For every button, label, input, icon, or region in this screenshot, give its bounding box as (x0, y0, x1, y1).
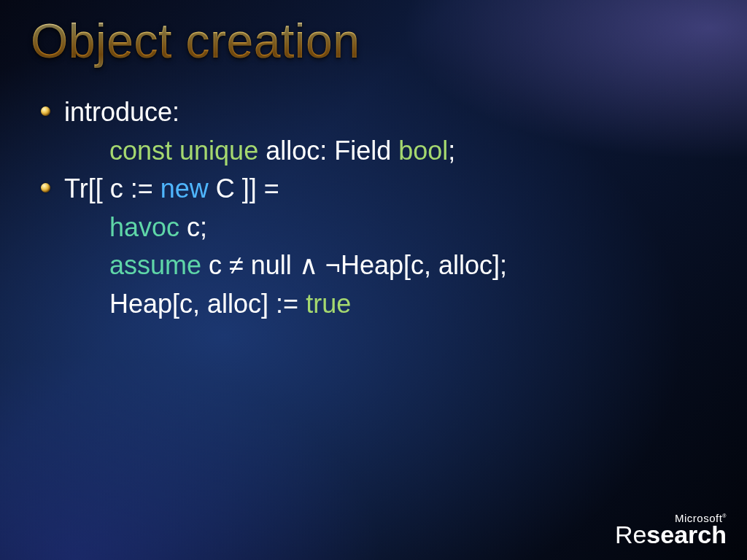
text-havoc-c: c; (179, 212, 207, 242)
keyword-bool: bool (398, 136, 448, 166)
text-heap-assign: Heap[c, alloc] := (109, 289, 306, 319)
logo-research-bold: search (646, 521, 727, 548)
bullet-1-text: introduce: (64, 97, 179, 127)
tr-prefix: Tr[[ c := (64, 174, 160, 203)
bullet-2: Tr[[ c := new C ]] = (39, 171, 718, 207)
tr-suffix: C ]] = (209, 174, 279, 203)
bullet-1-sub: const unique alloc: Field bool; (39, 133, 718, 169)
text-semi: ; (448, 136, 455, 166)
logo-research: Research (615, 522, 727, 547)
keyword-const-unique: const unique (109, 136, 258, 166)
slide-body: introduce: const unique alloc: Field boo… (39, 95, 718, 325)
slide: Object creation introduce: const unique … (0, 0, 747, 560)
bullet-1: introduce: (39, 95, 718, 131)
bullet-2-sub-3: Heap[c, alloc] := true (39, 287, 718, 322)
keyword-new: new (160, 174, 209, 203)
keyword-assume: assume (109, 250, 201, 280)
bullet-2-sub-1: havoc c; (39, 210, 718, 246)
slide-title: Object creation (31, 13, 360, 69)
keyword-true: true (306, 289, 351, 319)
logo-registered: ® (722, 513, 727, 518)
footer-logo: Microsoft® Research (615, 513, 727, 547)
logo-research-prefix: Re (615, 521, 646, 548)
bullet-2-sub-2: assume c ≠ null ∧ ¬Heap[c, alloc]; (39, 248, 718, 284)
text-alloc-field: alloc: Field (258, 136, 398, 166)
keyword-havoc: havoc (109, 212, 179, 242)
text-assume-expr: c ≠ null ∧ ¬Heap[c, alloc]; (201, 250, 507, 280)
